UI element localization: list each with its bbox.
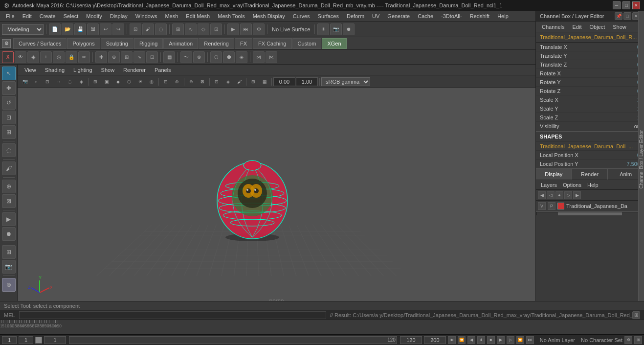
layer-color-swatch[interactable] [557, 203, 564, 209]
snap-grid-btn[interactable]: ⊞ [172, 23, 184, 35]
select-tool-btn[interactable]: ↖ [2, 67, 16, 80]
vp-coord-x[interactable] [273, 77, 295, 86]
menu-help[interactable]: Help [493, 12, 512, 20]
undo-btn[interactable]: ↩ [100, 23, 111, 35]
menu-mesh-tools[interactable]: Mesh Tools [214, 12, 248, 20]
frame-current-input[interactable] [19, 336, 33, 344]
paint-select-btn[interactable]: 🖌 [142, 23, 154, 35]
playback-range[interactable]: 120 [69, 336, 397, 344]
soft-select-btn[interactable]: ◌ [2, 143, 16, 157]
vp-texture-btn[interactable]: ⬡ [124, 77, 134, 87]
render-view-btn[interactable]: ▶ [2, 212, 16, 226]
tool-deform-btn[interactable]: 〜 [180, 51, 192, 63]
dra-render-tab[interactable]: Render [572, 169, 608, 180]
canvas3d[interactable]: X Y Z persp [18, 88, 535, 308]
render-btn[interactable]: ▶ [227, 23, 239, 35]
tool-wrap2-btn[interactable]: ⋉ [266, 51, 277, 63]
save-as-btn[interactable]: 🖫 [87, 23, 99, 35]
redo-btn[interactable]: ↪ [112, 23, 124, 35]
vp-light-btn[interactable]: ☀ [135, 77, 146, 87]
menu-generate[interactable]: Generate [383, 12, 414, 20]
layer-next[interactable]: ▷ [564, 191, 572, 199]
cb-pin-btn[interactable]: 📌 [615, 12, 622, 20]
frame-start-input[interactable] [2, 336, 17, 344]
menu-curves[interactable]: Curves [289, 12, 314, 20]
script-editor-btn[interactable]: ⊞ [632, 311, 640, 319]
menu-mesh-display[interactable]: Mesh Display [249, 12, 289, 20]
vp-iso-btn[interactable]: ◈ [76, 77, 87, 87]
menu-display[interactable]: Display [106, 12, 132, 20]
maximize-button[interactable]: □ [622, 1, 630, 9]
tab-curves-surfaces[interactable]: Curves / Surfaces [13, 38, 67, 49]
show-manip-btn[interactable]: ⊕ [2, 180, 16, 193]
menu-mesh[interactable]: Mesh [161, 12, 182, 20]
universal-tool-btn[interactable]: ⊞ [2, 125, 16, 139]
tool-poly-btn[interactable]: ⬡ [210, 51, 222, 63]
snap-surface-btn[interactable]: ⊡ [210, 23, 222, 35]
layer-p-btn[interactable]: P [548, 202, 555, 210]
vp-hud-btn[interactable]: ⊕ [172, 77, 182, 87]
vp-menu-shading[interactable]: Shading [41, 66, 68, 74]
vp-isolate-btn[interactable]: ⊡ [211, 77, 222, 87]
cb-edit-menu[interactable]: Edit [568, 23, 585, 31]
tool-add-btn[interactable]: ⊞ [121, 51, 133, 63]
tab-polygons[interactable]: Polygons [67, 38, 100, 49]
menu-edit[interactable]: Edit [19, 12, 36, 20]
snap-curve-btn[interactable]: ∿ [185, 23, 197, 35]
tab-custom[interactable]: Custom [292, 38, 322, 49]
cb-object-menu[interactable]: Object [585, 23, 609, 31]
tool-move-btn[interactable]: ✚ [95, 51, 107, 63]
menu-windows[interactable]: Windows [132, 12, 161, 20]
vp-cam-btn[interactable]: 📷 [20, 77, 30, 87]
menu-uv[interactable]: UV [368, 12, 383, 20]
tool-layer-btn[interactable]: ▦ [163, 51, 175, 63]
render-seq-btn[interactable]: ⏭ [240, 23, 252, 35]
frame-input[interactable] [44, 336, 66, 344]
snap-point-btn[interactable]: ◇ [198, 23, 209, 35]
step-fwd-btn[interactable]: ⏩ [516, 336, 524, 344]
tool-plus-btn[interactable]: + [40, 51, 52, 63]
color-space-dropdown[interactable]: sRGB gamma Linear [321, 77, 370, 86]
vp-menu-lighting[interactable]: Lighting [69, 66, 96, 74]
play-fwd-btn[interactable]: ▶ [497, 336, 505, 344]
tab-sculpting[interactable]: Sculpting [101, 38, 133, 49]
vp-resolution-btn[interactable]: ⊛ [186, 77, 197, 87]
vp-shaded-btn[interactable]: ▣ [101, 77, 112, 87]
end-frame-input[interactable] [400, 336, 422, 344]
tab-fx[interactable]: FX [235, 38, 252, 49]
layer-prev[interactable]: ◁ [547, 191, 555, 199]
tool-eraser-btn[interactable]: ✏ [78, 51, 90, 63]
options-menu[interactable]: Options [560, 181, 584, 189]
tool-lock-btn[interactable]: 🔒 [66, 51, 77, 63]
cb-expand-btn[interactable]: □ [623, 12, 631, 20]
skip-start-btn[interactable]: ⏮ [448, 336, 456, 344]
light-btn[interactable]: ☀ [317, 23, 329, 35]
menu-surfaces[interactable]: Surfaces [314, 12, 343, 20]
menu-edit-mesh[interactable]: Edit Mesh [182, 12, 214, 20]
tab-xgen[interactable]: XGen [322, 38, 346, 49]
layers-menu[interactable]: Layers [538, 181, 560, 189]
lasso-btn[interactable]: ◌ [155, 23, 167, 35]
vp-menu-show[interactable]: Show [97, 66, 119, 74]
tool-camera-btn[interactable]: 👁 [15, 51, 26, 63]
vp-track-btn[interactable]: ↔ [53, 77, 64, 87]
snap-snap-btn[interactable]: ⊠ [2, 194, 16, 208]
tool-sculpt-btn[interactable]: ⊗ [193, 51, 205, 63]
vp-grid-btn[interactable]: ⊟ [160, 77, 171, 87]
preferences-btn[interactable]: ⚙ [624, 336, 632, 344]
tab-animation[interactable]: Animation [163, 38, 198, 49]
tool-wrap-btn[interactable]: ⋈ [253, 51, 265, 63]
save-btn[interactable]: 💾 [74, 23, 86, 35]
tool-eye-btn[interactable]: ◎ [53, 51, 65, 63]
help-menu[interactable]: Help [584, 181, 601, 189]
layer-left-arrow[interactable]: ◀ [538, 191, 546, 199]
settings-gear-btn[interactable]: ⚙ [2, 39, 11, 48]
attr-editor-tab[interactable]: Channel Box / Layer Editor [638, 11, 644, 308]
vp-home-btn[interactable]: ⌂ [31, 77, 42, 87]
move-tool-btn[interactable]: ✚ [2, 81, 16, 95]
vp-xray-btn[interactable]: ◎ [146, 77, 157, 87]
vp-sel-btn[interactable]: ◌ [65, 77, 75, 87]
tool-poly3-btn[interactable]: ◈ [236, 51, 247, 63]
tab-fx-caching[interactable]: FX Caching [253, 38, 291, 49]
layer-scroll-thumb[interactable] [558, 212, 622, 215]
